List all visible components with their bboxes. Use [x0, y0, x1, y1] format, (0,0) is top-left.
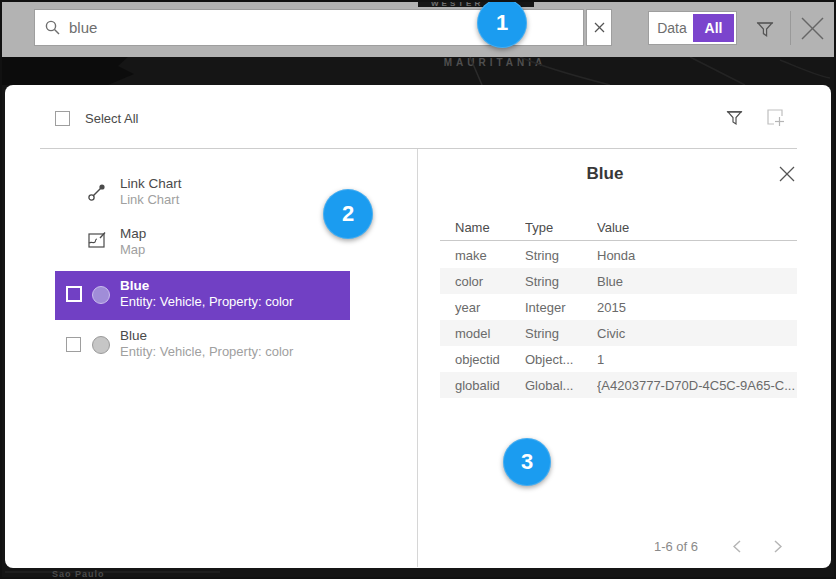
cell-name: objectid — [440, 352, 525, 367]
toolbar-filter-button[interactable] — [753, 17, 777, 41]
panel-divider — [417, 149, 418, 567]
column-header-value: Value — [597, 220, 797, 235]
callout-2: 2 — [323, 189, 373, 239]
list-item-title: Map — [120, 226, 146, 241]
add-selection-button[interactable] — [764, 106, 788, 130]
header-divider — [40, 148, 797, 149]
cell-value: Blue — [597, 274, 797, 289]
entity-circle-icon — [92, 336, 110, 354]
link-chart-icon — [87, 182, 107, 202]
list-item-blue-selected[interactable]: Blue Entity: Vehicle, Property: color — [55, 271, 350, 320]
callout-3: 3 — [503, 438, 551, 486]
select-all-checkbox[interactable] — [55, 111, 70, 126]
clear-search-button[interactable] — [586, 9, 612, 46]
panel-filter-button[interactable] — [722, 106, 746, 130]
toolbar-divider — [790, 11, 791, 45]
app-screen: MAURITANIA Sao Paulo Data All — [0, 0, 836, 579]
toolbar-close-button[interactable] — [799, 15, 826, 42]
column-header-name: Name — [440, 220, 525, 235]
close-icon — [779, 166, 795, 182]
list-item-link-chart[interactable]: Link Chart Link Chart — [40, 172, 350, 216]
search-icon — [35, 20, 69, 35]
add-selection-icon — [766, 108, 786, 128]
detail-title: Blue — [440, 164, 770, 184]
filter-funnel-icon — [726, 109, 743, 127]
cell-value: 2015 — [597, 300, 797, 315]
detail-close-button[interactable] — [777, 164, 797, 184]
search-toolbar: Data All — [0, 0, 836, 57]
list-item-subtitle: Map — [120, 242, 145, 257]
pagination-label: 1-6 of 6 — [628, 539, 698, 554]
list-item-blue[interactable]: Blue Entity: Vehicle, Property: color — [55, 322, 350, 371]
clear-x-icon — [594, 22, 605, 33]
cell-value: 1 — [597, 352, 797, 367]
chevron-right-icon — [774, 540, 782, 553]
pagination-prev-button[interactable] — [727, 536, 747, 556]
list-item-map[interactable]: Map Map — [40, 222, 350, 266]
cell-type: Global... — [525, 378, 597, 393]
cell-type: String — [525, 274, 597, 289]
select-all-label: Select All — [85, 111, 138, 127]
list-item-subtitle: Entity: Vehicle, Property: color — [120, 344, 293, 359]
cell-value: Civic — [597, 326, 797, 341]
cell-value: {A4203777-D70D-4C5C-9A65-C... — [597, 378, 797, 393]
cell-name: globalid — [440, 378, 525, 393]
cell-value: Honda — [597, 248, 797, 263]
cell-name: color — [440, 274, 525, 289]
cell-type: Object... — [525, 352, 597, 367]
list-item-subtitle: Link Chart — [120, 192, 179, 207]
close-icon — [800, 16, 825, 41]
map-label-bottom: Sao Paulo — [52, 569, 105, 579]
table-header-row: Name Type Value — [440, 214, 797, 240]
table-row[interactable]: year Integer 2015 — [440, 294, 797, 320]
chevron-left-icon — [733, 540, 741, 553]
cell-name: make — [440, 248, 525, 263]
item-checkbox[interactable] — [66, 286, 82, 302]
toggle-option-data[interactable]: Data — [651, 14, 693, 42]
cell-name: year — [440, 300, 525, 315]
table-header-divider — [440, 240, 797, 241]
cell-type: String — [525, 248, 597, 263]
table-row[interactable]: make String Honda — [440, 242, 797, 268]
table-row[interactable]: globalid Global... {A4203777-D70D-4C5C-9… — [440, 372, 797, 398]
cell-name: model — [440, 326, 525, 341]
table-row[interactable]: color String Blue — [440, 268, 797, 294]
list-item-title: Link Chart — [120, 176, 182, 191]
table-row[interactable]: objectid Object... 1 — [440, 346, 797, 372]
scope-toggle: Data All — [648, 11, 737, 45]
cell-type: String — [525, 326, 597, 341]
callout-1: 1 — [477, 0, 527, 48]
list-item-title: Blue — [120, 278, 149, 293]
filter-funnel-icon — [756, 20, 774, 39]
list-item-title: Blue — [120, 328, 147, 343]
toggle-option-all[interactable]: All — [693, 14, 734, 42]
cell-type: Integer — [525, 300, 597, 315]
pagination-next-button[interactable] — [768, 536, 788, 556]
map-icon — [87, 230, 107, 250]
column-header-type: Type — [525, 220, 597, 235]
table-row[interactable]: model String Civic — [440, 320, 797, 346]
item-checkbox[interactable] — [66, 337, 81, 352]
list-item-subtitle: Entity: Vehicle, Property: color — [120, 294, 293, 309]
entity-circle-icon — [92, 286, 110, 304]
